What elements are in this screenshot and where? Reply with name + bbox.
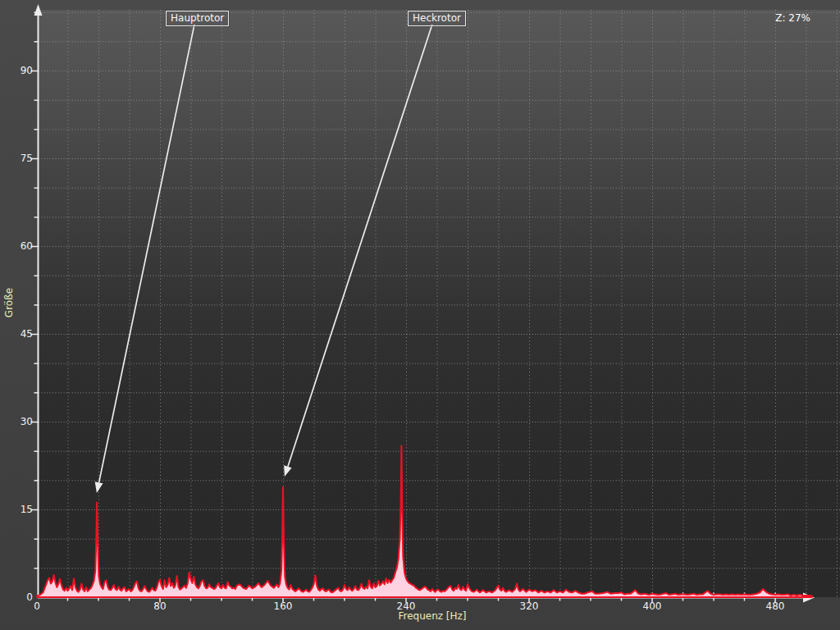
x-tick-label: 160 [263, 601, 303, 611]
y-axis-title: Größe [3, 288, 15, 317]
y-tick-label: 30 [5, 417, 33, 427]
y-tick-label: 75 [5, 153, 33, 163]
plot-canvas[interactable] [38, 10, 840, 597]
x-tick-label: 0 [17, 601, 57, 611]
zoom-level-indicator: Z: 27% [775, 12, 810, 24]
y-tick-label: 45 [5, 329, 33, 339]
x-tick-label: 80 [140, 601, 180, 611]
x-axis-title: Frequenz [Hz] [398, 610, 466, 622]
annotation-heckrotor[interactable]: Heckrotor [408, 11, 466, 26]
x-tick-label: 480 [756, 601, 795, 611]
y-tick-label: 90 [5, 66, 33, 75]
annotation-hauptrotor[interactable]: Hauptrotor [166, 11, 229, 26]
x-tick-label: 400 [632, 601, 672, 611]
x-tick-label: 320 [509, 601, 549, 611]
y-tick-label: 60 [5, 241, 33, 251]
y-tick-label: 15 [5, 504, 33, 514]
